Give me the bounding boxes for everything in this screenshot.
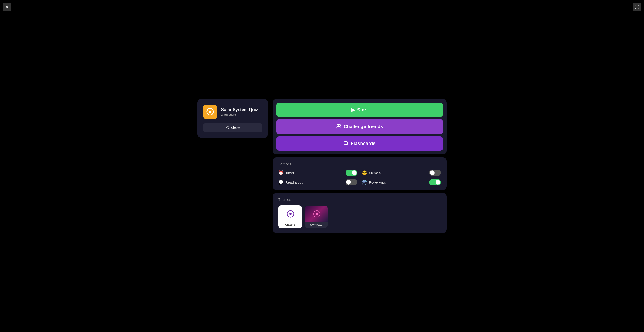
powerups-icon: ⚗️ xyxy=(362,180,367,185)
theme-synthwave[interactable]: Synthw... xyxy=(304,205,328,228)
memes-setting: 😎 Memes xyxy=(362,170,441,176)
svg-point-3 xyxy=(228,128,229,129)
quiz-header: Solar System Quiz 2 questions xyxy=(203,105,262,119)
timer-setting: ⏰ Timer xyxy=(278,170,357,176)
svg-point-1 xyxy=(209,111,211,113)
theme-classic-preview xyxy=(279,206,302,222)
memes-icon: 😎 xyxy=(362,170,367,175)
settings-grid: ⏰ Timer 😎 Memes xyxy=(278,170,441,185)
powerups-label-group: ⚗️ Power-ups xyxy=(362,180,386,185)
challenge-icon xyxy=(336,123,341,130)
theme-classic[interactable]: Classic xyxy=(278,205,302,228)
start-label: Start xyxy=(357,107,368,113)
left-panel: Solar System Quiz 2 questions Share xyxy=(198,99,268,138)
timer-icon: ⏰ xyxy=(278,170,284,175)
share-label: Share xyxy=(231,126,240,130)
read-aloud-label: Read aloud xyxy=(285,180,304,184)
timer-label: Timer xyxy=(285,171,294,175)
memes-slider xyxy=(429,170,441,176)
memes-label-group: 😎 Memes xyxy=(362,170,380,175)
theme-classic-label: Classic xyxy=(279,222,301,228)
svg-line-6 xyxy=(226,127,228,128)
challenge-label: Challenge friends xyxy=(344,124,383,129)
flashcards-icon xyxy=(344,141,348,146)
settings-panel: Settings ⏰ Timer 😎 xyxy=(273,157,446,190)
svg-point-13 xyxy=(316,213,318,215)
timer-slider xyxy=(346,170,357,176)
challenge-friends-button[interactable]: Challenge friends xyxy=(276,119,443,134)
themes-panel: Themes Classic xyxy=(273,193,446,233)
svg-point-4 xyxy=(226,127,226,128)
read-aloud-toggle[interactable] xyxy=(346,179,357,185)
read-aloud-icon: 💬 xyxy=(278,180,284,185)
powerups-slider xyxy=(429,179,441,185)
read-aloud-slider xyxy=(346,179,357,185)
powerups-label: Power-ups xyxy=(369,180,386,184)
quiz-icon xyxy=(203,105,217,119)
memes-toggle[interactable] xyxy=(429,170,441,176)
share-button[interactable]: Share xyxy=(203,123,262,132)
main-layout: Solar System Quiz 2 questions Share xyxy=(193,90,451,242)
svg-point-11 xyxy=(289,213,292,215)
action-buttons-panel: ▶ Start Challenge friends xyxy=(273,99,446,154)
memes-label: Memes xyxy=(369,171,380,175)
timer-label-group: ⏰ Timer xyxy=(278,170,294,175)
close-button[interactable]: × xyxy=(3,3,11,11)
start-button[interactable]: ▶ Start xyxy=(276,103,443,117)
svg-point-2 xyxy=(228,126,229,127)
svg-line-5 xyxy=(226,127,228,127)
timer-toggle[interactable] xyxy=(346,170,357,176)
right-panel: ▶ Start Challenge friends xyxy=(273,99,446,233)
flashcards-button[interactable]: Flashcards xyxy=(276,136,443,151)
quiz-subtitle: 2 questions xyxy=(221,113,258,116)
themes-grid: Classic Synthw... xyxy=(278,205,441,228)
svg-rect-9 xyxy=(344,142,348,144)
fullscreen-button[interactable]: ⛶ xyxy=(633,3,641,11)
share-icon xyxy=(226,126,229,130)
flashcards-label: Flashcards xyxy=(351,141,376,146)
powerups-toggle[interactable] xyxy=(429,179,441,185)
theme-synthwave-label: Synthw... xyxy=(305,222,328,228)
powerups-setting: ⚗️ Power-ups xyxy=(362,179,441,185)
themes-title: Themes xyxy=(278,197,441,201)
read-aloud-label-group: 💬 Read aloud xyxy=(278,180,304,185)
play-icon: ▶ xyxy=(352,107,355,113)
read-aloud-setting: 💬 Read aloud xyxy=(278,179,357,185)
quiz-title: Solar System Quiz xyxy=(221,107,258,112)
quiz-info: Solar System Quiz 2 questions xyxy=(221,107,258,116)
settings-title: Settings xyxy=(278,162,441,166)
theme-synthwave-preview xyxy=(305,206,328,222)
